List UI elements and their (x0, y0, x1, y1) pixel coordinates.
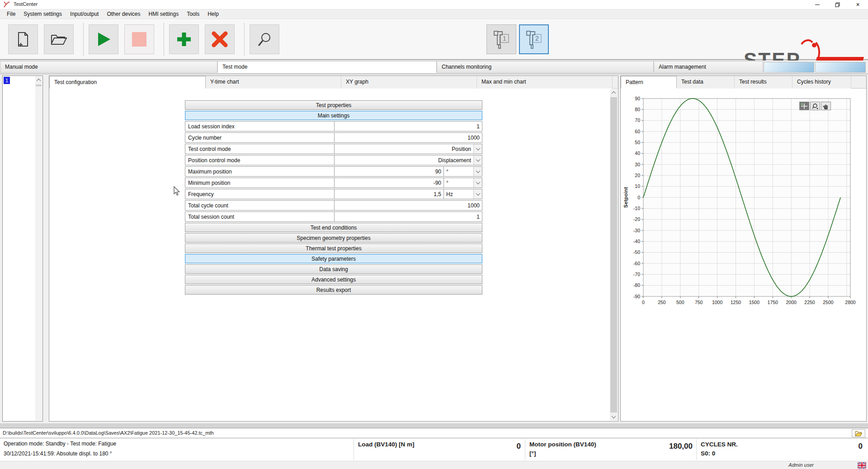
open-file-button[interactable] (44, 24, 74, 54)
language-flag-icon[interactable] (858, 462, 866, 469)
dropdown-button[interactable] (473, 144, 482, 154)
dropdown-button[interactable] (473, 189, 482, 199)
section-data-saving[interactable]: Data saving (185, 264, 482, 274)
mode-tab-channels-monitoring[interactable]: Channels monitoring (437, 61, 654, 73)
start-test-button[interactable] (89, 24, 118, 54)
menu-item-other-devices[interactable]: Other devices (103, 10, 144, 18)
session-list-scrollbar[interactable] (35, 76, 42, 421)
chart-pan-tool-button[interactable] (821, 102, 831, 110)
svg-text:-50: -50 (633, 249, 640, 255)
menu-item-tools[interactable]: Tools (183, 10, 203, 18)
main-scrollbar[interactable] (610, 89, 618, 421)
add-button[interactable] (169, 24, 199, 54)
tab-cycles-history[interactable]: Cycles history (793, 76, 851, 89)
unit-field[interactable]: Hz (443, 189, 473, 199)
status-bar: Operation mode: Standby - Test mode: Fat… (0, 438, 868, 461)
tab-pattern[interactable]: Pattern (621, 76, 677, 89)
section-specimen-geometry-properties[interactable]: Specimen geometry properties (185, 233, 482, 243)
new-test-button[interactable] (8, 24, 38, 54)
close-button[interactable]: × (848, 0, 868, 9)
session-list-item[interactable]: 1 (4, 77, 10, 84)
operation-mode-text: Operation mode: Standby - Test mode: Fat… (4, 441, 116, 447)
menu-item-input-output[interactable]: Input/output (66, 10, 103, 18)
tab-xy-graph[interactable]: XY graph (341, 76, 477, 89)
property-label: Minimum position (185, 178, 335, 188)
mode-tab-alarm-management[interactable]: Alarm management (654, 61, 763, 73)
svg-text:1000: 1000 (712, 300, 723, 305)
scroll-down-icon[interactable] (610, 413, 618, 421)
property-row: Minimum position-90° (185, 178, 482, 188)
window-title: TestCenter (14, 1, 38, 7)
property-value-field[interactable]: 1 (335, 122, 482, 131)
mode-tab-manual-mode[interactable]: Manual mode (0, 61, 217, 73)
svg-text:20: 20 (635, 173, 640, 178)
tab-test-data[interactable]: Test data (677, 76, 735, 89)
property-label: Test control mode (185, 144, 335, 154)
scrollbar-thumb[interactable] (36, 84, 42, 86)
svg-text:-40: -40 (633, 239, 640, 244)
svg-text:-30: -30 (633, 228, 640, 233)
tab-y-time-chart[interactable]: Y-time chart (206, 76, 341, 89)
last-event-text: 30/12/2021-15:41:59: Absolute displ. to … (4, 450, 112, 457)
section-main-settings[interactable]: Main settings (185, 111, 482, 120)
open-path-button[interactable] (852, 429, 865, 437)
chart-zoom-tool-button[interactable] (810, 102, 820, 110)
menu-item-hmi-settings[interactable]: HMI settings (144, 10, 183, 18)
menu-bar: FileSystem settingsInput/outputOther dev… (0, 9, 868, 19)
svg-text:2250: 2250 (804, 300, 815, 305)
minimize-button[interactable] (807, 0, 827, 9)
section-results-export[interactable]: Results export (185, 285, 482, 295)
menu-item-system-settings[interactable]: System settings (19, 10, 66, 18)
chart-cursor-tool-button[interactable] (799, 102, 809, 110)
section-test-properties[interactable]: Test properties (185, 100, 482, 110)
section-test-end-conditions[interactable]: Test end conditions (185, 223, 482, 232)
property-value-field[interactable]: 1000 (335, 201, 482, 210)
scroll-up-icon[interactable] (610, 89, 618, 97)
property-value-field[interactable]: 1000 (335, 133, 482, 142)
axis-2-button[interactable]: 2 (519, 24, 549, 54)
svg-text:90: 90 (635, 96, 640, 101)
property-label: Total session count (185, 212, 335, 221)
menu-item-file[interactable]: File (3, 10, 19, 18)
toolbar-separator (164, 23, 164, 56)
motor-position-unit: [°] (529, 450, 536, 457)
property-value-field[interactable]: Position (335, 144, 473, 154)
mode-tab-test-mode[interactable]: Test mode (217, 61, 437, 73)
property-value-field[interactable]: Displacement (335, 155, 473, 165)
section-advanced-settings[interactable]: Advanced settings (185, 275, 482, 284)
svg-text:-10: -10 (633, 206, 640, 211)
svg-text:750: 750 (695, 300, 703, 305)
menu-item-help[interactable]: Help (203, 10, 223, 18)
property-value-field[interactable]: 1,5 (335, 189, 443, 199)
section-safety-parameters[interactable]: Safety parameters (185, 254, 482, 263)
alarm-indicator-1 (764, 62, 814, 73)
tab-test-results[interactable]: Test results (735, 76, 793, 89)
svg-text:2500: 2500 (823, 300, 834, 305)
section-thermal-test-properties[interactable]: Thermal test properties (185, 244, 482, 253)
scrollbar-thumb[interactable] (610, 97, 617, 413)
delete-button[interactable] (205, 24, 235, 54)
property-value-field[interactable]: 1 (335, 212, 482, 221)
dropdown-button[interactable] (473, 167, 482, 176)
dropdown-button[interactable] (473, 178, 482, 188)
property-value-field[interactable]: 90 (335, 167, 443, 176)
hand-icon (822, 103, 830, 109)
session-list[interactable]: 1 (2, 75, 43, 422)
stop-test-button[interactable] (124, 24, 154, 54)
property-label: Load session index (185, 122, 335, 131)
scroll-up-icon[interactable] (35, 76, 42, 84)
search-button[interactable] (250, 24, 279, 54)
property-label: Position control mode (185, 155, 335, 165)
svg-text:2800: 2800 (845, 300, 856, 305)
tab-test-configuration[interactable]: Test configuration (49, 76, 206, 89)
restore-button[interactable] (827, 0, 848, 9)
status-divider (525, 439, 525, 460)
dropdown-button[interactable] (473, 155, 482, 165)
unit-field[interactable]: ° (443, 178, 473, 188)
unit-field[interactable]: ° (443, 167, 473, 176)
mode-tab-strip: Manual modeTest modeChannels monitoringA… (0, 61, 868, 74)
svg-text:30: 30 (635, 162, 640, 167)
property-value-field[interactable]: -90 (335, 178, 443, 188)
axis-1-button[interactable]: 1 (486, 24, 516, 54)
tab-max-and-min-chart[interactable]: Max and min chart (477, 76, 613, 89)
